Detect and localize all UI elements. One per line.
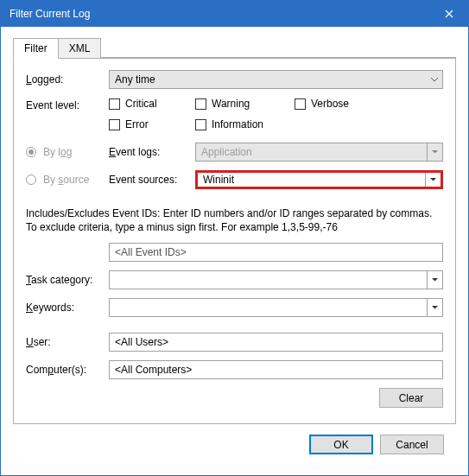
tab-xml[interactable]: XML xyxy=(58,38,102,58)
critical-checkbox[interactable]: Critical xyxy=(109,98,178,110)
chevron-down-icon xyxy=(427,271,442,289)
logged-value: Any time xyxy=(115,73,155,86)
chevron-down-icon xyxy=(425,173,440,187)
dialog-footer: OK Cancel xyxy=(13,424,456,466)
keywords-label: Keywords: xyxy=(26,301,109,314)
tabstrip: Filter XML xyxy=(13,37,456,59)
event-ids-input[interactable]: <All Event IDs> xyxy=(109,243,443,262)
ok-button[interactable]: OK xyxy=(309,435,373,454)
chevron-down-icon xyxy=(427,143,442,161)
task-category-label: Task category: xyxy=(26,274,109,286)
verbose-label: Verbose xyxy=(311,98,349,110)
event-logs-label: Event logs: xyxy=(109,146,195,158)
tab-xml-label: XML xyxy=(69,42,91,54)
window-title: Filter Current Log xyxy=(10,8,430,20)
by-log-radio-row: By log xyxy=(26,146,109,158)
computers-value: <All Computers> xyxy=(115,364,192,376)
error-label: Error xyxy=(125,118,149,130)
critical-label: Critical xyxy=(125,98,157,110)
computers-label: Computer(s): xyxy=(26,364,109,376)
cancel-button[interactable]: Cancel xyxy=(380,435,444,454)
chevron-down-icon xyxy=(427,299,442,316)
verbose-checkbox[interactable]: Verbose xyxy=(295,98,349,110)
cancel-button-label: Cancel xyxy=(396,439,428,451)
titlebar: Filter Current Log xyxy=(1,1,468,27)
by-source-radio xyxy=(26,175,36,185)
client-area: Filter XML Logged: Any time Event level:… xyxy=(1,27,468,475)
computers-input[interactable]: <All Computers> xyxy=(109,360,443,379)
event-logs-select: Application xyxy=(195,143,443,162)
chevron-down-icon xyxy=(427,71,442,88)
dialog-window: Filter Current Log Filter XML Logged: An… xyxy=(0,0,469,476)
information-checkbox[interactable]: Information xyxy=(195,118,263,130)
by-source-label: By source xyxy=(43,174,89,186)
clear-button-label: Clear xyxy=(399,392,424,404)
warning-checkbox[interactable]: Warning xyxy=(195,98,277,110)
keywords-select[interactable] xyxy=(109,298,443,317)
information-label: Information xyxy=(212,118,263,130)
event-logs-value: Application xyxy=(201,146,252,158)
close-icon xyxy=(445,10,453,18)
close-button[interactable] xyxy=(430,1,468,27)
tab-filter[interactable]: Filter xyxy=(13,38,59,59)
event-sources-label: Event sources: xyxy=(109,174,195,186)
user-label: User: xyxy=(26,336,109,348)
error-checkbox[interactable]: Error xyxy=(109,118,178,130)
user-value: <All Users> xyxy=(115,336,168,348)
logged-label: Logged: xyxy=(26,73,109,86)
by-log-radio xyxy=(26,147,36,157)
tab-filter-label: Filter xyxy=(24,42,48,54)
event-level-label: Event level: xyxy=(26,98,109,111)
by-log-label: By log xyxy=(43,146,72,158)
event-sources-value: Wininit xyxy=(203,174,234,186)
logged-select[interactable]: Any time xyxy=(109,70,443,89)
task-category-select[interactable] xyxy=(109,270,443,289)
ok-button-label: OK xyxy=(333,439,348,451)
event-sources-select[interactable]: Wininit xyxy=(195,170,443,189)
by-source-radio-row: By source xyxy=(26,174,109,186)
tab-panel-filter: Logged: Any time Event level: Critical W… xyxy=(13,57,456,424)
event-ids-value: <All Event IDs> xyxy=(115,246,187,258)
warning-label: Warning xyxy=(212,98,250,110)
help-text: Includes/Excludes Event IDs: Enter ID nu… xyxy=(26,206,443,234)
clear-button[interactable]: Clear xyxy=(379,388,443,408)
user-input[interactable]: <All Users> xyxy=(109,333,443,352)
